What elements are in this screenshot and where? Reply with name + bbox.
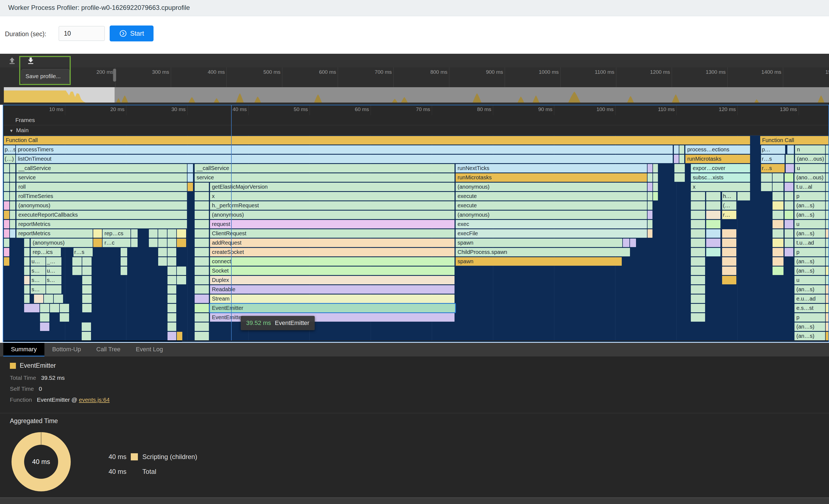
flame-cell[interactable] (158, 229, 167, 238)
flame-cell[interactable] (168, 285, 176, 294)
flame-bar[interactable]: r…s (761, 155, 785, 163)
flame-cell[interactable] (4, 229, 9, 238)
flame-cell[interactable] (648, 192, 652, 201)
flame-cell[interactable] (691, 211, 705, 219)
flame-cell[interactable] (82, 332, 91, 340)
flame-cell[interactable] (82, 266, 92, 275)
flame-bar[interactable]: x (691, 183, 750, 191)
flame-cell[interactable] (772, 257, 784, 266)
flame-bar[interactable]: p (794, 313, 825, 322)
flame-bar[interactable]: process…ections (685, 145, 750, 154)
flame-bar[interactable]: reportMetrics (16, 220, 187, 228)
flame-cell[interactable] (691, 313, 705, 322)
flame-bar[interactable]: p (794, 192, 825, 201)
flame-bar[interactable]: execute (456, 192, 647, 201)
flame-cell[interactable] (82, 294, 92, 303)
flame-cell[interactable] (82, 285, 92, 294)
flame-cell[interactable] (177, 332, 182, 340)
flame-bar[interactable]: runNextTicks (456, 164, 647, 173)
flame-cell[interactable] (158, 257, 167, 266)
flame-cell[interactable] (772, 239, 784, 247)
flame-cell[interactable] (648, 173, 652, 182)
flame-bar[interactable]: _… (46, 257, 62, 266)
flame-cell[interactable] (691, 276, 705, 284)
flame-cell[interactable] (679, 145, 684, 154)
flame-cell[interactable] (706, 201, 720, 210)
flame-cell[interactable] (177, 229, 186, 238)
flame-bar[interactable]: execute (456, 201, 647, 210)
flame-bar[interactable]: p…s (4, 145, 15, 154)
collapse-arrow-icon[interactable]: ▼ (9, 128, 13, 133)
flame-cell[interactable] (761, 173, 772, 182)
flame-cell[interactable] (131, 239, 138, 247)
flame-cell[interactable] (785, 239, 793, 247)
flame-bar[interactable]: u (794, 276, 825, 284)
flame-cell[interactable] (785, 229, 793, 238)
flame-cell[interactable] (4, 183, 9, 191)
flame-bar[interactable]: s… (31, 285, 45, 294)
flame-bar[interactable]: (an…s) (794, 332, 825, 340)
flame-cell[interactable] (10, 183, 15, 191)
flame-bar[interactable]: (anonymous) (210, 211, 455, 219)
flame-cell[interactable] (24, 248, 30, 256)
flame-bar[interactable]: r…s (73, 248, 93, 256)
flame-bar[interactable]: u (795, 164, 825, 173)
flame-bar[interactable]: (an…s) (794, 229, 825, 238)
flame-cell[interactable] (195, 257, 209, 266)
tab-bottom-up[interactable]: Bottom-Up (44, 343, 88, 357)
flame-cell[interactable] (168, 322, 176, 331)
flame-cell[interactable] (168, 304, 176, 312)
flame-cell[interactable] (787, 145, 794, 154)
flame-cell[interactable] (187, 183, 193, 191)
flame-cell[interactable] (10, 192, 15, 201)
flame-cell[interactable] (785, 211, 793, 219)
flame-bar[interactable]: (anonymous) (456, 211, 647, 219)
flame-bar[interactable]: x (210, 192, 455, 201)
flame-cell[interactable] (24, 257, 30, 266)
flame-bar[interactable]: t.u…al (794, 183, 825, 191)
flame-cell[interactable] (60, 304, 69, 312)
flame-bar[interactable]: h… (722, 192, 736, 201)
flame-cell[interactable] (674, 164, 685, 173)
flame-cell[interactable] (706, 211, 720, 219)
flame-bar[interactable]: getElasticMajorVersion (210, 183, 455, 191)
flame-cell[interactable] (82, 322, 91, 331)
flame-cell[interactable] (4, 211, 9, 219)
flame-cell[interactable] (195, 313, 209, 322)
flame-cell[interactable] (195, 192, 209, 201)
save-profile-menu-item[interactable]: Save profile... (22, 69, 70, 83)
flame-cell[interactable] (679, 155, 684, 163)
flame-cell[interactable] (785, 192, 793, 201)
flame-cell[interactable] (722, 248, 736, 256)
flame-cell[interactable] (722, 266, 736, 275)
flame-bar[interactable]: Socket (210, 266, 455, 275)
flame-cell[interactable] (648, 183, 652, 191)
flame-bar[interactable]: createSocket (210, 248, 455, 256)
flame-cell[interactable] (10, 201, 15, 210)
flame-cell[interactable] (674, 145, 679, 154)
flame-bar[interactable]: (…) (4, 155, 15, 163)
flame-cell[interactable] (24, 276, 30, 284)
flame-cell[interactable] (737, 192, 750, 201)
flame-cell[interactable] (785, 183, 793, 191)
flame-cell[interactable] (195, 248, 209, 256)
flame-cell[interactable] (168, 239, 176, 247)
flame-cell[interactable] (772, 201, 784, 210)
flame-bar[interactable]: t.u…ad (794, 239, 825, 247)
flame-bar[interactable]: p (794, 248, 825, 256)
flame-cell[interactable] (722, 229, 736, 238)
flame-cell[interactable] (4, 220, 9, 228)
flame-cell[interactable] (168, 257, 176, 266)
flame-cell[interactable] (93, 229, 102, 238)
flame-bar[interactable]: Function Call (760, 136, 829, 145)
selection-window-handle[interactable] (113, 69, 116, 82)
flame-bar[interactable]: service (16, 173, 187, 182)
flame-cell[interactable] (630, 239, 636, 247)
flame-bar[interactable]: s… (46, 276, 62, 284)
flame-cell[interactable] (706, 229, 720, 238)
flame-bar[interactable]: r…c (103, 239, 131, 247)
flame-cell[interactable] (691, 248, 705, 256)
flame-cell[interactable] (10, 211, 15, 219)
flame-cell[interactable] (10, 220, 15, 228)
flame-bar[interactable]: roll (16, 183, 187, 191)
